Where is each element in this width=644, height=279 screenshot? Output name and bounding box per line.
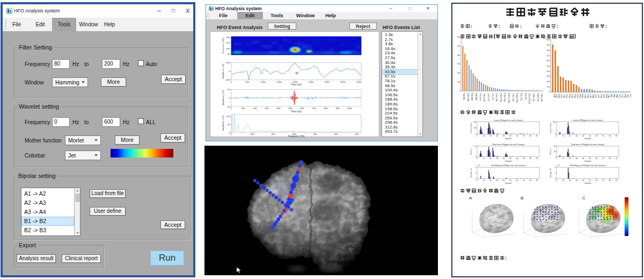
svg-text:Total Engery of Ripples for ea: Total Engery of Ripples for each channel — [491, 164, 526, 167]
svg-text:0: 0 — [555, 133, 556, 135]
svg-text:50: 50 — [509, 158, 511, 160]
svg-text:40: 40 — [554, 145, 556, 147]
svg-text:0: 0 — [556, 158, 557, 160]
svg-text:90: 90 — [536, 135, 538, 137]
svg-text:0: 0 — [459, 90, 460, 92]
svg-text:L7A5: L7A5 — [589, 94, 591, 98]
svg-text:P3B: P3B — [553, 94, 555, 97]
svg-text:100: 100 — [547, 86, 550, 88]
svg-text:Time / s: Time / s — [550, 148, 552, 155]
svg-text:40: 40 — [503, 135, 505, 137]
svg-text:30: 30 — [575, 158, 577, 160]
svg-text:Count of Ripples for each chan: Count of Ripples for each channel — [494, 119, 523, 121]
svg-text:Channel: Channel — [505, 160, 512, 162]
svg-text:50: 50 — [228, 123, 230, 126]
svg-text:60: 60 — [596, 180, 598, 182]
svg-text:40: 40 — [582, 158, 584, 160]
svg-text:Amplitude (uV): Amplitude (uV) — [222, 90, 224, 105]
svg-text:L7A3,4-7A3: L7A3,4-7A3 — [483, 93, 485, 102]
svg-text:Channel: Channel — [505, 138, 512, 140]
svg-text:L7A6: L7A6 — [608, 94, 610, 98]
svg-text:LH31: LH31 — [566, 94, 568, 98]
svg-text:400: 400 — [473, 121, 477, 123]
svg-text:70: 70 — [602, 158, 604, 160]
svg-text:Total time of FRipples for eac: Total time of FRipples for each channel — [571, 144, 604, 146]
svg-text:-50: -50 — [226, 105, 230, 108]
svg-text:2: 2 — [475, 166, 477, 168]
svg-text:80: 80 — [529, 180, 531, 182]
svg-text:70: 70 — [523, 158, 525, 160]
svg-text:40: 40 — [582, 135, 584, 137]
svg-text:P7A3,2-P7A3: P7A3,2-P7A3 — [508, 93, 510, 103]
svg-text:600: 600 — [301, 107, 305, 110]
svg-text:500: 500 — [547, 65, 550, 67]
svg-text:70: 70 — [602, 135, 604, 137]
svg-text:LH5-LH10: LH5-LH10 — [479, 93, 481, 101]
svg-text:20: 20 — [489, 180, 492, 182]
svg-text:80: 80 — [529, 135, 531, 137]
svg-text:50: 50 — [589, 135, 591, 137]
svg-text:70: 70 — [602, 180, 604, 182]
svg-text:600: 600 — [457, 36, 460, 38]
svg-text:200: 200 — [226, 36, 231, 39]
svg-text:60: 60 — [516, 180, 518, 182]
svg-text:0: 0 — [229, 70, 230, 73]
svg-text:40: 40 — [582, 180, 584, 182]
svg-text:30: 30 — [496, 135, 498, 137]
svg-text:3000: 3000 — [325, 81, 330, 83]
svg-text:Frequency (Hz): Frequency (Hz) — [288, 135, 305, 138]
svg-text:0: 0 — [477, 135, 478, 137]
svg-text:60: 60 — [596, 135, 598, 137]
svg-text:100: 100 — [251, 133, 255, 135]
svg-text:90: 90 — [616, 158, 618, 160]
svg-text:Channel: Channel — [584, 182, 591, 184]
svg-text:90: 90 — [536, 158, 538, 160]
svg-text:30: 30 — [496, 158, 498, 160]
svg-text:0: 0 — [475, 156, 477, 158]
svg-text:P7A3: P7A3 — [574, 94, 576, 98]
svg-text:x 10: x 10 — [557, 164, 560, 167]
svg-text:500: 500 — [245, 81, 250, 83]
svg-text:Channel: Channel — [584, 160, 591, 162]
svg-text:10: 10 — [483, 180, 485, 182]
svg-text:1000: 1000 — [261, 81, 266, 83]
svg-text:500: 500 — [334, 133, 339, 135]
svg-text:LH10: LH10 — [595, 94, 597, 98]
svg-text:P31D-P35: P31D-P35 — [520, 93, 522, 101]
svg-text:400: 400 — [457, 54, 460, 56]
svg-text:P3B1-P842: P3B1-P842 — [467, 93, 469, 102]
svg-text:50: 50 — [228, 53, 230, 55]
svg-text:L7B8-L7B3: L7B8-L7B3 — [532, 93, 535, 102]
svg-text:200: 200 — [457, 72, 460, 74]
svg-text:80: 80 — [529, 158, 531, 160]
svg-text:0: 0 — [231, 81, 232, 83]
svg-text:7A62: 7A62 — [626, 94, 628, 98]
svg-text:900: 900 — [336, 107, 340, 110]
svg-text:30: 30 — [575, 180, 577, 182]
svg-text:50: 50 — [589, 158, 591, 160]
svg-text:60: 60 — [596, 158, 598, 160]
svg-text:Energy / uV: Energy / uV — [470, 168, 472, 177]
svg-text:P3B-P847: P3B-P847 — [475, 93, 477, 101]
svg-text:LH5-LH8: LH5-LH8 — [492, 93, 494, 100]
svg-text:50: 50 — [509, 135, 511, 137]
svg-text:Amplitude (uV): Amplitude (uV) — [222, 63, 224, 78]
svg-text:10: 10 — [562, 135, 565, 137]
svg-text:2000: 2000 — [292, 81, 298, 83]
svg-text:Channel: Channel — [505, 182, 512, 184]
svg-text:P3B4: P3B4 — [592, 94, 594, 98]
svg-text:L7A5 4,7A6: L7A5 4,7A6 — [540, 93, 543, 102]
svg-text:Energy / uV: Energy / uV — [550, 168, 552, 177]
svg-text:P7B3: P7B3 — [568, 94, 570, 98]
svg-text:40: 40 — [503, 158, 505, 160]
svg-text:0: 0 — [556, 180, 557, 182]
svg-text:200: 200 — [547, 81, 550, 83]
svg-text:P3H1: P3H1 — [581, 94, 583, 98]
svg-text:L7B3-L7B4: L7B3-L7B4 — [495, 93, 497, 102]
svg-text:70: 70 — [523, 180, 525, 182]
svg-text:Channel: Channel — [584, 138, 591, 140]
svg-text:P2B-P846: P2B-P846 — [471, 93, 473, 101]
svg-text:0: 0 — [231, 107, 232, 110]
svg-text:30: 30 — [496, 180, 498, 182]
svg-text:0: 0 — [556, 135, 557, 137]
